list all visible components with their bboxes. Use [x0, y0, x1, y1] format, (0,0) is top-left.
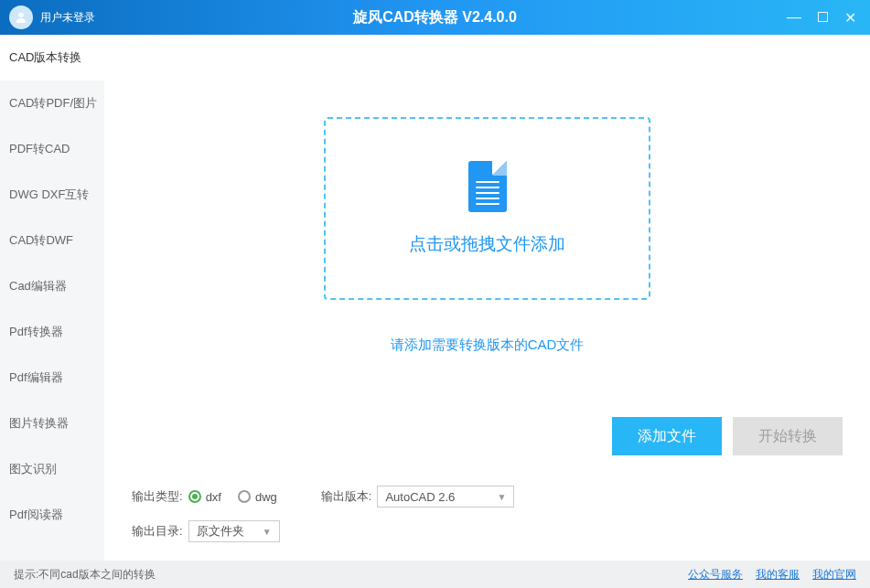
- sidebar-item-ocr[interactable]: 图文识别: [0, 446, 104, 492]
- sidebar-item-cad-editor[interactable]: Cad编辑器: [0, 263, 104, 309]
- statusbar: 提示:不同cad版本之间的转换 公众号服务 我的客服 我的官网: [0, 561, 870, 588]
- dropzone[interactable]: 点击或拖拽文件添加: [324, 117, 650, 300]
- sidebar-item-label: Pdf转换器: [9, 324, 63, 340]
- window-controls: — ✕: [787, 9, 870, 27]
- sidebar-item-pdf-reader[interactable]: Pdf阅读器: [0, 492, 104, 538]
- content: 点击或拖拽文件添加 请添加需要转换版本的CAD文件 添加文件 开始转换 输出类型…: [104, 35, 870, 561]
- sidebar-item-dwg-dxf[interactable]: DWG DXF互转: [0, 172, 104, 218]
- select-value: AutoCAD 2.6: [385, 490, 455, 504]
- sidebar-item-label: PDF转CAD: [9, 141, 70, 157]
- sidebar-item-image-converter[interactable]: 图片转换器: [0, 401, 104, 446]
- options-panel: 输出类型: dxf dwg 输出版本: AutoCAD 2.6 ▼ 输出目录:: [132, 486, 514, 542]
- file-icon: [468, 161, 507, 212]
- radio-dwg[interactable]: dwg: [238, 490, 277, 504]
- maximize-button[interactable]: [818, 9, 828, 27]
- output-dir-label: 输出目录:: [132, 523, 183, 540]
- chevron-down-icon: ▼: [263, 527, 272, 537]
- dropzone-text: 点击或拖拽文件添加: [409, 232, 565, 256]
- sidebar-item-label: Pdf阅读器: [9, 507, 63, 523]
- start-convert-button: 开始转换: [733, 417, 843, 455]
- radio-circle-icon: [238, 490, 251, 503]
- action-row: 添加文件 开始转换: [612, 417, 843, 455]
- radio-label: dwg: [255, 490, 277, 504]
- app-title: 旋风CAD转换器 V2.4.0.0: [353, 8, 517, 27]
- chevron-down-icon: ▼: [498, 492, 507, 502]
- close-button[interactable]: ✕: [844, 9, 856, 27]
- user-status[interactable]: 用户未登录: [40, 10, 95, 26]
- sidebar-item-pdf-editor[interactable]: Pdf编辑器: [0, 355, 104, 401]
- sidebar-item-cad-version[interactable]: CAD版本转换: [0, 35, 104, 80]
- sidebar-item-label: 图片转换器: [9, 415, 69, 432]
- sidebar-item-label: CAD转PDF/图片: [9, 95, 97, 112]
- link-support[interactable]: 我的客服: [756, 567, 800, 583]
- radio-circle-icon: [188, 490, 201, 503]
- link-website[interactable]: 我的官网: [812, 567, 856, 583]
- output-type-row: 输出类型: dxf dwg 输出版本: AutoCAD 2.6 ▼: [132, 486, 514, 508]
- sidebar-item-pdf-converter[interactable]: Pdf转换器: [0, 309, 104, 355]
- sidebar-item-label: 图文识别: [9, 461, 57, 477]
- sidebar-item-label: Pdf编辑器: [9, 369, 63, 386]
- output-version-label: 输出版本:: [321, 488, 372, 505]
- sidebar-item-label: CAD版本转换: [9, 49, 81, 66]
- output-version-select[interactable]: AutoCAD 2.6 ▼: [377, 486, 514, 508]
- hint-text: 请添加需要转换版本的CAD文件: [132, 337, 843, 354]
- sidebar-item-cad-to-pdf[interactable]: CAD转PDF/图片: [0, 80, 104, 126]
- sidebar-item-pdf-to-cad[interactable]: PDF转CAD: [0, 126, 104, 172]
- select-value: 原文件夹: [197, 523, 244, 540]
- sidebar-item-label: DWG DXF互转: [9, 187, 89, 203]
- person-icon: [14, 10, 28, 25]
- output-dir-row: 输出目录: 原文件夹 ▼: [132, 520, 514, 542]
- sidebar-item-label: Cad编辑器: [9, 278, 67, 294]
- main: CAD版本转换 CAD转PDF/图片 PDF转CAD DWG DXF互转 CAD…: [0, 35, 870, 561]
- user-avatar[interactable]: [9, 5, 33, 29]
- titlebar: 用户未登录 旋风CAD转换器 V2.4.0.0 — ✕: [0, 0, 870, 35]
- output-type-label: 输出类型:: [132, 488, 183, 505]
- radio-dxf[interactable]: dxf: [188, 490, 221, 504]
- add-file-button[interactable]: 添加文件: [612, 417, 722, 455]
- status-tip: 提示:不同cad版本之间的转换: [14, 567, 156, 583]
- sidebar: CAD版本转换 CAD转PDF/图片 PDF转CAD DWG DXF互转 CAD…: [0, 35, 104, 561]
- output-dir-select[interactable]: 原文件夹 ▼: [188, 520, 280, 542]
- sidebar-item-label: CAD转DWF: [9, 232, 73, 249]
- svg-point-0: [18, 13, 23, 17]
- sidebar-item-cad-to-dwf[interactable]: CAD转DWF: [0, 218, 104, 263]
- link-wechat[interactable]: 公众号服务: [688, 567, 743, 583]
- radio-label: dxf: [206, 490, 221, 504]
- minimize-button[interactable]: —: [787, 9, 801, 27]
- status-links: 公众号服务 我的客服 我的官网: [688, 567, 856, 583]
